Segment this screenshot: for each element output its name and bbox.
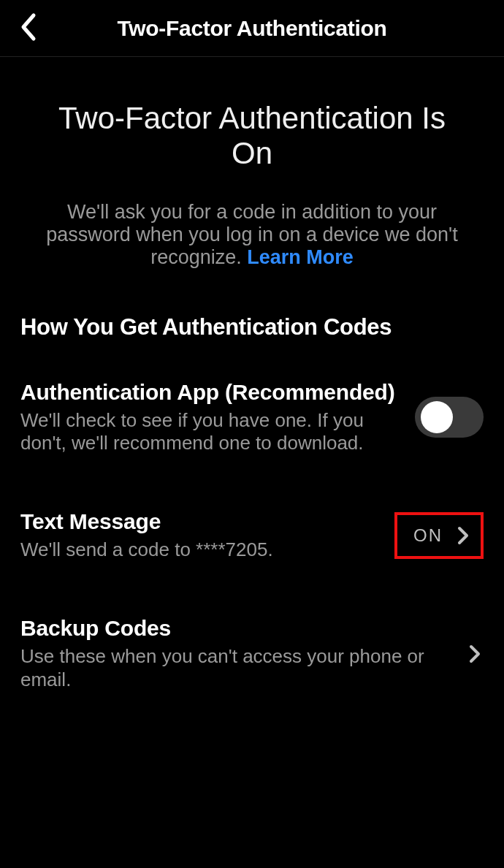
chevron-right-icon	[454, 522, 472, 549]
row-text: Backup Codes Use these when you can't ac…	[20, 616, 454, 691]
learn-more-link[interactable]: Learn More	[247, 246, 354, 268]
auth-app-toggle[interactable]	[415, 397, 484, 438]
sms-state-label: ON	[413, 525, 443, 546]
intro-description: We'll ask you for a code in addition to …	[42, 201, 462, 269]
row-text: Text Message We'll send a code to ****72…	[20, 509, 383, 562]
back-button[interactable]	[15, 8, 41, 49]
row-authentication-app: Authentication App (Recommended) We'll c…	[20, 380, 484, 455]
chevron-right-icon	[466, 641, 484, 667]
sms-state-button[interactable]: ON	[394, 512, 484, 559]
row-sub-app: We'll check to see if you have one. If y…	[20, 409, 403, 455]
row-text-message[interactable]: Text Message We'll send a code to ****72…	[20, 509, 484, 562]
row-sub-backup: Use these when you can't access your pho…	[20, 645, 454, 691]
toggle-knob	[421, 401, 453, 433]
header: Two-Factor Authentication	[0, 0, 504, 57]
row-backup-codes[interactable]: Backup Codes Use these when you can't ac…	[20, 616, 484, 691]
row-title-sms: Text Message	[20, 509, 383, 534]
row-sub-sms: We'll send a code to ****7205.	[20, 538, 383, 562]
chevron-left-icon	[19, 12, 37, 42]
row-title-backup: Backup Codes	[20, 616, 454, 641]
content: Two-Factor Authentication Is On We'll as…	[0, 101, 504, 691]
row-text: Authentication App (Recommended) We'll c…	[20, 380, 403, 455]
section-heading: How You Get Authentication Codes	[20, 314, 484, 340]
intro-block: Two-Factor Authentication Is On We'll as…	[20, 101, 484, 269]
intro-title: Two-Factor Authentication Is On	[42, 101, 462, 172]
page-title: Two-Factor Authentication	[0, 16, 504, 41]
row-title-app: Authentication App (Recommended)	[20, 380, 403, 405]
